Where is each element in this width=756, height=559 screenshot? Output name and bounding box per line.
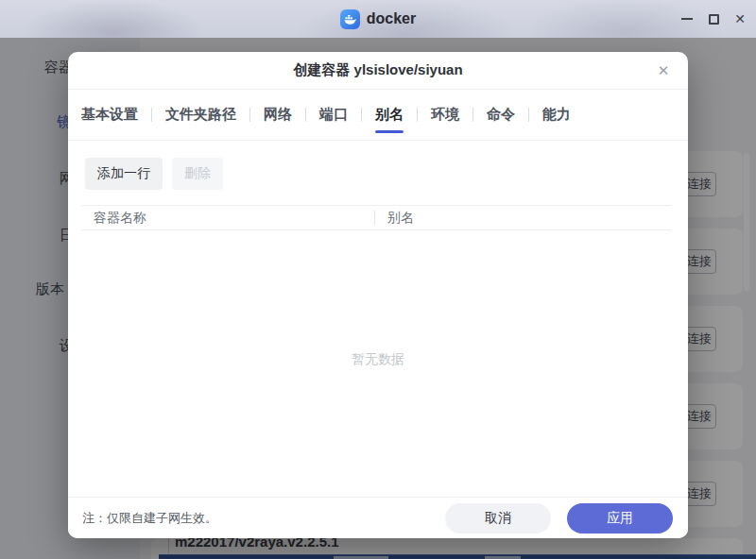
tab-folder-paths[interactable]: 文件夹路径 [165, 101, 236, 128]
minimize-icon [681, 18, 693, 20]
tab-command[interactable]: 命令 [487, 101, 515, 128]
tab-network[interactable]: 网络 [264, 101, 292, 128]
tab-environment[interactable]: 环境 [431, 101, 459, 128]
tab-divider [417, 108, 418, 122]
tab-divider [528, 108, 529, 122]
tab-alias[interactable]: 别名 [375, 101, 404, 128]
close-window-button[interactable]: ✕ [726, 0, 754, 38]
close-icon: ✕ [658, 62, 670, 79]
window-titlebar: docker ✕ [0, 0, 756, 38]
dialog-tab-bar: 基本设置 文件夹路径 网络 端口 别名 环境 命令 能力 [68, 90, 688, 141]
titlebar-title-group: docker [0, 0, 756, 38]
footer-note: 注：仅限自建子网生效。 [82, 510, 445, 527]
tab-divider [305, 108, 306, 122]
dialog-header: 创建容器 ylsislove/siyuan ✕ [68, 52, 688, 90]
alias-table-header: 容器名称 别名 [81, 205, 671, 230]
docker-logo-icon [340, 9, 360, 29]
alias-toolbar: 添加一行 删除 [68, 141, 688, 190]
maximize-icon [709, 14, 719, 25]
column-container-name: 容器名称 [81, 210, 374, 227]
close-dialog-button[interactable]: ✕ [651, 52, 676, 90]
delete-button[interactable]: 删除 [172, 158, 223, 190]
dialog-footer: 注：仅限自建子网生效。 取消 应用 [68, 497, 688, 538]
add-row-button[interactable]: 添加一行 [85, 158, 163, 190]
tab-basic-settings[interactable]: 基本设置 [81, 101, 138, 128]
tab-ports[interactable]: 端口 [319, 101, 348, 128]
dialog-title: 创建容器 ylsislove/siyuan [293, 61, 462, 79]
minimize-button[interactable] [673, 0, 701, 38]
tab-divider [151, 108, 152, 122]
close-window-icon: ✕ [734, 11, 746, 26]
maximize-button[interactable] [699, 0, 728, 38]
tab-divider [249, 108, 250, 122]
app-title: docker [367, 10, 416, 27]
empty-state-text: 暂无数据 [68, 351, 688, 368]
create-container-dialog: 创建容器 ylsislove/siyuan ✕ 基本设置 文件夹路径 网络 端口… [68, 52, 688, 538]
tab-capabilities[interactable]: 能力 [542, 101, 571, 128]
tab-divider [472, 108, 473, 122]
apply-button[interactable]: 应用 [567, 503, 673, 534]
tab-divider [361, 108, 362, 122]
column-alias: 别名 [375, 210, 671, 227]
cancel-button[interactable]: 取消 [445, 503, 551, 534]
